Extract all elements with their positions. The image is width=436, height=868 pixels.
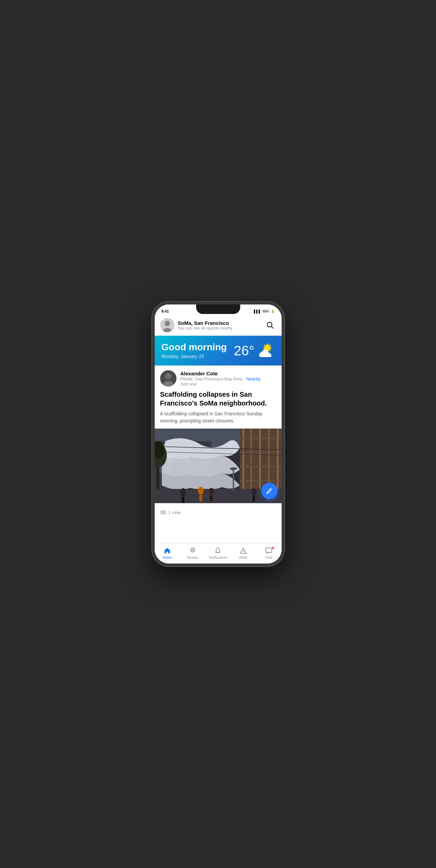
phone-frame: 9:41 ▌▌▌ WiFi 🔋 SoMa, San Francisco You …: [152, 302, 284, 566]
svg-point-71: [162, 512, 164, 513]
header-subtitle: You can see all reports nearby: [178, 326, 264, 331]
wifi-icon: WiFi: [263, 310, 269, 313]
weather-right: 26°: [234, 342, 275, 359]
article-author: Alexander Cote Pinole, San Francisco Bay…: [160, 370, 276, 387]
chat-icon: [265, 547, 273, 555]
article: Alexander Cote Pinole, San Francisco Bay…: [155, 366, 282, 425]
svg-rect-61: [210, 495, 212, 501]
svg-point-20: [165, 373, 171, 379]
svg-rect-66: [232, 469, 234, 491]
nav-item-nearby[interactable]: Nearby: [180, 547, 205, 559]
weather-icon: [257, 342, 275, 359]
nav-label-nearby: Nearby: [187, 556, 198, 559]
nav-label-alerts: Alerts: [239, 556, 248, 559]
svg-rect-44: [240, 452, 281, 453]
svg-point-23: [169, 376, 170, 377]
views-count: 1 view: [168, 510, 181, 515]
svg-point-70: [160, 511, 166, 514]
content-area: Alexander Cote Pinole, San Francisco Bay…: [155, 366, 282, 544]
weather-temperature: 26°: [234, 343, 254, 358]
svg-point-58: [180, 488, 186, 497]
author-timestamp: Just now: [181, 382, 261, 387]
svg-point-62: [251, 488, 257, 495]
nav-label-home: Home: [163, 556, 172, 559]
chat-badge: [272, 547, 274, 549]
signal-icon: ▌▌▌: [254, 310, 261, 313]
article-image: [155, 429, 282, 503]
article-title: Scaffolding collapses in San Francisco's…: [160, 390, 276, 408]
nearby-tag: Nearby: [246, 376, 261, 381]
article-description: A scaffolding collapsed in San Francisco…: [160, 410, 276, 425]
svg-point-73: [192, 549, 193, 551]
header-location: SoMa, San Francisco: [178, 320, 264, 326]
status-time: 9:41: [162, 309, 169, 313]
svg-point-72: [191, 548, 195, 552]
notifications-icon: [214, 547, 222, 555]
author-avatar: [160, 370, 176, 387]
svg-point-67: [230, 467, 237, 470]
views-icon: [160, 509, 166, 515]
user-avatar: [160, 318, 174, 332]
author-location-text: Pinole, San Francisco Bay Area: [181, 376, 243, 381]
nav-label-notifications: Notifications: [209, 556, 227, 559]
svg-point-60: [209, 488, 214, 495]
svg-point-22: [167, 376, 168, 377]
author-info: Alexander Cote Pinole, San Francisco Bay…: [181, 371, 261, 387]
search-button[interactable]: [264, 319, 276, 331]
svg-point-1: [165, 321, 170, 326]
write-report-fab[interactable]: [261, 483, 278, 499]
svg-line-10: [264, 345, 265, 346]
svg-line-12: [270, 345, 270, 346]
svg-rect-43: [240, 437, 281, 438]
svg-rect-46: [240, 480, 281, 481]
nav-item-notifications[interactable]: Notifications: [205, 547, 231, 559]
nav-item-chat[interactable]: Chat: [256, 547, 282, 559]
svg-line-11: [270, 350, 270, 351]
author-location: Pinole, San Francisco Bay Area - Nearby: [181, 376, 261, 381]
status-icons: ▌▌▌ WiFi 🔋: [254, 310, 274, 313]
svg-point-18: [262, 349, 268, 355]
nav-item-home[interactable]: Home: [155, 547, 180, 559]
weather-banner: Good morning Monday, January 25 26°: [155, 336, 282, 366]
author-separator: -: [244, 376, 246, 381]
svg-rect-63: [252, 495, 255, 502]
header: SoMa, San Francisco You can see all repo…: [155, 315, 282, 336]
nav-label-chat: Chat: [265, 556, 272, 559]
screen: 9:41 ▌▌▌ WiFi 🔋 SoMa, San Francisco You …: [155, 304, 282, 564]
svg-rect-45: [240, 466, 281, 467]
bottom-navigation: Home Nearby: [155, 544, 282, 564]
article-footer: 1 view: [155, 507, 282, 519]
notch: [196, 304, 240, 314]
battery-icon: 🔋: [271, 310, 275, 313]
svg-point-68: [198, 487, 204, 495]
weather-date: Monday, January 25: [162, 354, 227, 359]
svg-rect-77: [266, 548, 272, 552]
svg-rect-59: [182, 497, 184, 503]
weather-greeting: Good morning: [162, 342, 227, 353]
weather-left: Good morning Monday, January 25: [162, 342, 227, 359]
home-icon: [163, 547, 171, 555]
header-info: SoMa, San Francisco You can see all repo…: [178, 320, 264, 331]
alerts-icon: [239, 547, 247, 555]
svg-line-4: [271, 327, 273, 329]
nearby-icon: [189, 547, 197, 555]
svg-point-76: [243, 552, 244, 553]
author-name: Alexander Cote: [181, 371, 261, 376]
svg-rect-69: [199, 495, 202, 502]
nav-item-alerts[interactable]: Alerts: [231, 547, 256, 559]
